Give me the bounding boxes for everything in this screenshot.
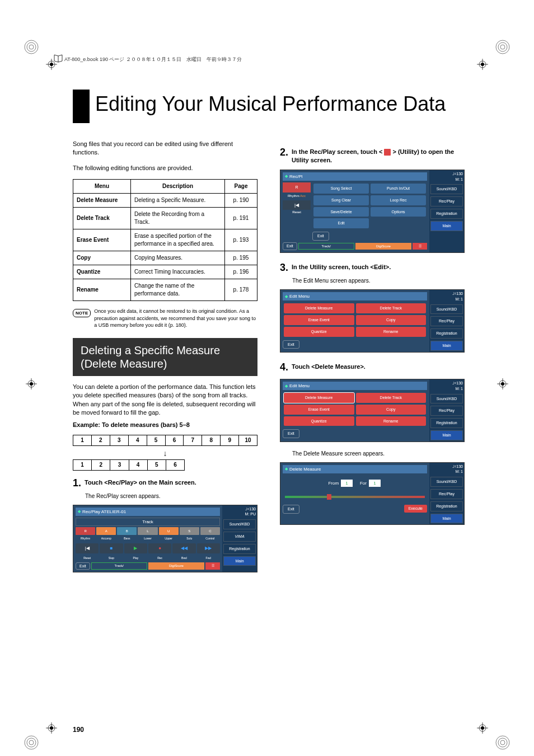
- step-number: 3.: [280, 261, 288, 275]
- header-book-info: AT-800_e.book 190 ページ ２００８年１０月１５日 水曜日 午前…: [64, 56, 242, 63]
- reset-icon: |◀: [283, 200, 311, 210]
- book-icon: [53, 53, 63, 63]
- step-number: 1.: [73, 476, 81, 490]
- exit-button: Exit: [283, 505, 299, 514]
- for-value: 1: [369, 480, 380, 487]
- svg-point-31: [30, 382, 33, 386]
- exit-button: Exit: [283, 242, 297, 250]
- exit-button: Exit: [312, 232, 329, 241]
- table-row: Delete TrackDelete the Recording from a …: [73, 208, 257, 229]
- screen-title: Edit Menu: [283, 382, 427, 390]
- step-subtext: The Delete Measure screen appears.: [292, 450, 465, 458]
- note-label: NOTE: [73, 309, 91, 317]
- side-main: Main: [223, 556, 256, 566]
- table-row: CopyCopying Measures.p. 195: [73, 251, 257, 265]
- step-2: 2. In the Rec/Play screen, touch < > (Ut…: [280, 145, 465, 165]
- svg-point-11: [500, 740, 505, 745]
- side-reg: Registration: [223, 544, 256, 554]
- note-block: NOTE Once you edit data, it cannot be re…: [73, 308, 257, 329]
- chapter-tab: [73, 90, 90, 123]
- svg-point-3: [496, 40, 509, 54]
- step-subtext: The Rec/Play screen appears.: [85, 492, 257, 500]
- reset-icon: |◀: [76, 543, 99, 553]
- step-text: In the Rec/Play screen, touch < > (Utili…: [292, 145, 465, 165]
- screen-title: Rec/Play ATELIER-01: [76, 508, 220, 516]
- step-number: 2.: [280, 145, 288, 159]
- screen-title: Delete Measure: [283, 465, 427, 473]
- step-text: In the Utility screen, touch <Edit>.: [292, 261, 391, 271]
- corner-ornament-icon: [495, 735, 510, 750]
- corner-ornament-icon: [24, 39, 39, 55]
- registration-mark-icon: [26, 378, 37, 389]
- svg-point-10: [498, 738, 507, 747]
- step-subtext: The Edit Menu screen appears.: [292, 277, 465, 285]
- functions-table: Menu Description Page Delete MeasureDele…: [73, 179, 257, 301]
- side-vima: VIMA: [223, 532, 256, 542]
- corner-ornament-icon: [24, 735, 39, 750]
- execute-button: Execute: [404, 505, 427, 513]
- track-label: Track: [76, 518, 220, 526]
- corner-ornament-icon: [495, 39, 510, 55]
- measure-diagram: 12345678910 ↓ 123456: [73, 435, 257, 471]
- svg-point-27: [481, 726, 484, 730]
- page-title: Editing Your Musical Performance Data: [95, 92, 446, 116]
- registration-mark-icon: [477, 722, 488, 734]
- table-row: Delete MeasureDeleting a Specific Measur…: [73, 194, 257, 208]
- registration-mark-icon: [46, 722, 57, 734]
- table-row: RenameChange the name of the performance…: [73, 279, 257, 301]
- example-label: Example: To delete measures (bars) 5–8: [73, 421, 257, 429]
- left-column: Song files that you record can be edited…: [73, 140, 257, 580]
- play-icon: ▶: [124, 543, 147, 553]
- editmenu-screenshot: Edit Menu Delete Measure Delete Track Er…: [280, 289, 465, 353]
- side-sound: Sound/KBD: [223, 519, 256, 529]
- svg-point-2: [29, 45, 34, 49]
- th-menu: Menu: [73, 180, 131, 194]
- utility-icon: ☰: [413, 243, 427, 250]
- editmenu-screenshot-2: Edit Menu Delete Measure Delete Track Er…: [280, 379, 465, 442]
- arrow-down-icon: ↓: [73, 448, 257, 459]
- th-desc: Description: [131, 180, 225, 194]
- exit-button: Exit: [283, 340, 299, 349]
- utility-icon: [384, 149, 391, 156]
- from-value: 1: [341, 480, 352, 487]
- right-column: 2. In the Rec/Play screen, touch < > (Ut…: [280, 140, 465, 580]
- table-row: Erase EventErase a specified portion of …: [73, 229, 257, 251]
- svg-point-7: [27, 738, 36, 747]
- registration-mark-icon: [497, 378, 508, 389]
- exit-button: Exit: [76, 562, 90, 570]
- th-page: Page: [225, 180, 257, 194]
- svg-point-1: [27, 43, 36, 51]
- svg-point-19: [481, 63, 484, 66]
- svg-point-4: [498, 43, 507, 51]
- recplay-screenshot: Rec/Play ATELIER-01 Track RABLUSC Rhythm…: [73, 505, 257, 573]
- deletemeasure-screenshot: Delete Measure From 1 For 1 Exit Execute: [280, 462, 465, 525]
- svg-point-23: [50, 726, 53, 730]
- svg-point-5: [500, 45, 505, 49]
- note-text: Once you edit data, it cannot be restore…: [94, 308, 257, 329]
- svg-point-0: [25, 40, 38, 54]
- step-3: 3. In the Utility screen, touch <Edit>.: [280, 261, 465, 275]
- intro-paragraph: The following editing functions are prov…: [73, 164, 257, 172]
- step-text: Touch <Rec/Play> on the Main screen.: [85, 476, 196, 487]
- section-description: You can delete a portion of the performa…: [73, 383, 257, 417]
- step-text: Touch <Delete Measure>.: [292, 360, 366, 371]
- stop-icon: ■: [100, 543, 123, 553]
- bwd-icon: ◀◀: [172, 543, 195, 553]
- svg-point-35: [501, 382, 504, 386]
- utility-icon: ☰: [205, 562, 220, 569]
- svg-point-8: [29, 740, 34, 745]
- screen-title: Rec/Pl: [283, 172, 427, 181]
- exit-button: Exit: [283, 429, 299, 438]
- step-4: 4. Touch <Delete Measure>.: [280, 360, 465, 374]
- fwd-icon: ▶▶: [197, 543, 220, 553]
- registration-mark-icon: [477, 59, 488, 70]
- screen-title: Edit Menu: [283, 292, 427, 300]
- intro-paragraph: Song files that you record can be edited…: [73, 140, 257, 157]
- table-row: QuantizeCorrect Timing Inaccuracies.p. 1…: [73, 265, 257, 279]
- page: AT-800_e.book 190 ページ ２００８年１０月１５日 水曜日 午前…: [0, 0, 534, 756]
- svg-point-9: [496, 736, 509, 749]
- page-number: 190: [73, 726, 84, 734]
- step-1: 1. Touch <Rec/Play> on the Main screen.: [73, 476, 257, 490]
- utility-screenshot: Rec/Pl R Rhythm Acc |◀ Reset Song Select: [280, 170, 465, 253]
- step-number: 4.: [280, 360, 288, 374]
